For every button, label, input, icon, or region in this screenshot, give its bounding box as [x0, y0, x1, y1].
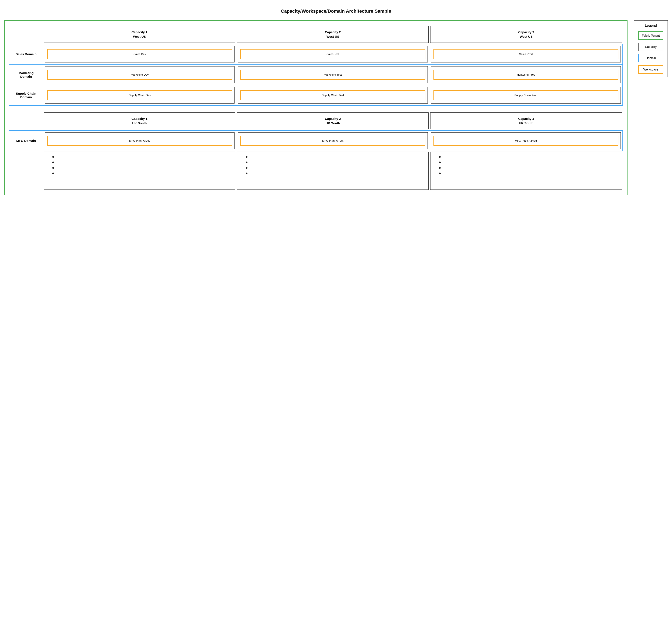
dot-1-3: [52, 167, 54, 169]
legend-domain: Domain: [638, 54, 663, 62]
col-header-cap2-west: Capacity 2West US: [237, 26, 429, 43]
legend-capacity: Capacity: [638, 43, 663, 51]
capacity-cell-marketing-prod: Marketing Prod: [431, 66, 621, 83]
workspace-mfg-dev: MFG Plant A Dev: [47, 136, 232, 146]
region-uk-south: Capacity 1UK South Capacity 2UK South Ca…: [9, 112, 623, 191]
workspace-sales-test: Sales Test: [240, 49, 425, 59]
dots-cell-2: [237, 152, 429, 190]
domain-label-sales-text: Sales Domain: [16, 52, 37, 56]
dot-1-1: [52, 156, 54, 158]
col-header-cap3-west: Capacity 3West US: [430, 26, 622, 43]
workspace-mfg-prod: MFG Plant A Prod: [434, 136, 618, 146]
dot-3-2: [439, 161, 441, 163]
domain-label-supply-chain: Supply ChainDomain: [9, 85, 43, 105]
capacity-cell-marketing-test: Marketing Test: [238, 66, 427, 83]
dot-3-3: [439, 167, 441, 169]
workspace-sc-dev: Supply Chain Dev: [47, 90, 232, 100]
workspace-sc-test: Supply Chain Test: [240, 90, 425, 100]
fabric-tenant-box: Capacity 1West US Capacity 2West US Capa…: [4, 20, 628, 195]
capacity-cell-sales-dev: Sales Dev: [45, 46, 234, 63]
dot-2-4: [246, 173, 248, 174]
dots-cell-3: [430, 152, 622, 190]
capacity-cell-sc-test: Supply Chain Test: [238, 87, 427, 104]
domain-label-sales: Sales Domain: [9, 44, 43, 64]
col-header-cap2-uk: Capacity 2UK South: [237, 112, 429, 129]
dots-empty-cell: [9, 151, 43, 191]
col-header-cap3-uk: Capacity 3UK South: [430, 112, 622, 129]
capacity-cell-sales-prod: Sales Prod: [431, 46, 621, 63]
capacity-cell-mfg-prod: MFG Plant A Prod: [431, 132, 621, 149]
domain-row-marketing: MarketingDomain Marketing Dev Marketing …: [9, 64, 623, 85]
domain-label-marketing-text: MarketingDomain: [19, 71, 34, 78]
region-west-us: Capacity 1West US Capacity 2West US Capa…: [9, 25, 623, 106]
workspace-marketing-test: Marketing Test: [240, 70, 425, 80]
dot-2-3: [246, 167, 248, 169]
workspace-marketing-prod: Marketing Prod: [434, 70, 618, 80]
workspace-sc-prod: Supply Chain Prod: [434, 90, 618, 100]
legend-capacity-label: Capacity: [645, 45, 656, 48]
capacity-cell-mfg-dev: MFG Plant A Dev: [45, 132, 234, 149]
capacity-cell-marketing-dev: Marketing Dev: [45, 66, 234, 83]
legend-box: Legend Fabric Tenant Capacity Domain Wor…: [634, 20, 668, 77]
dot-2-2: [246, 161, 248, 163]
dot-3-4: [439, 173, 441, 174]
domain-label-marketing: MarketingDomain: [9, 65, 43, 85]
dot-1-4: [52, 173, 54, 174]
col-header-cap1-uk: Capacity 1UK South: [44, 112, 235, 129]
main-layout: Capacity 1West US Capacity 2West US Capa…: [4, 20, 668, 195]
header-empty-1: [9, 25, 43, 44]
workspace-mfg-test: MFG Plant A Test: [240, 136, 425, 146]
domain-row-supply-chain: Supply ChainDomain Supply Chain Dev Supp…: [9, 85, 623, 106]
capacity-cell-sc-prod: Supply Chain Prod: [431, 87, 621, 104]
dot-2-1: [246, 156, 248, 158]
region-gap: [9, 105, 623, 112]
dot-3-1: [439, 156, 441, 158]
capacity-cell-sc-dev: Supply Chain Dev: [45, 87, 234, 104]
workspace-sales-dev: Sales Dev: [47, 49, 232, 59]
legend-domain-label: Domain: [646, 56, 656, 60]
capacity-cell-mfg-test: MFG Plant A Test: [238, 132, 427, 149]
col-headers-uk-south: Capacity 1UK South Capacity 2UK South Ca…: [9, 112, 623, 130]
legend-fabric-tenant-label: Fabric Tenant: [642, 34, 660, 37]
capacity-cell-sales-test: Sales Test: [238, 46, 427, 63]
domain-label-mfg-text: MFG Domain: [16, 139, 36, 143]
domain-label-mfg: MFG Domain: [9, 131, 43, 151]
workspace-marketing-dev: Marketing Dev: [47, 70, 232, 80]
legend-workspace: Workspace: [638, 65, 663, 74]
legend-title: Legend: [638, 24, 663, 27]
dot-1-2: [52, 161, 54, 163]
col-header-cap1-west: Capacity 1West US: [44, 26, 235, 43]
workspace-sales-prod: Sales Prod: [434, 49, 618, 59]
col-headers-west-us: Capacity 1West US Capacity 2West US Capa…: [9, 25, 623, 44]
dots-cell-1: [44, 152, 235, 190]
legend-workspace-label: Workspace: [644, 68, 658, 71]
legend-fabric-tenant: Fabric Tenant: [638, 31, 663, 40]
domain-rows-west-us: Sales Domain Sales Dev Sales Test Sales …: [9, 44, 623, 106]
page-title: Capacity/Workspace/Domain Architecture S…: [4, 8, 668, 14]
domain-row-sales: Sales Domain Sales Dev Sales Test Sales …: [9, 44, 623, 65]
header-empty-2: [9, 112, 43, 130]
domain-label-supply-chain-text: Supply ChainDomain: [16, 92, 36, 99]
domain-row-mfg: MFG Domain MFG Plant A Dev MFG Plant A T…: [9, 130, 623, 151]
dots-row: [9, 151, 623, 191]
